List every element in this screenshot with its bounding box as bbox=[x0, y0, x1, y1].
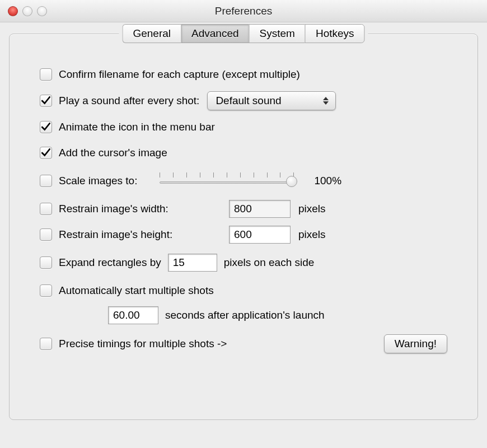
title-bar: Preferences bbox=[0, 0, 487, 22]
restrain-height-unit: pixels bbox=[298, 228, 326, 241]
tab-bar: General Advanced System Hotkeys bbox=[119, 24, 368, 43]
updown-arrows-icon bbox=[322, 97, 330, 105]
sound-select-value: Default sound bbox=[216, 95, 281, 107]
restrain-width-input[interactable] bbox=[229, 200, 291, 218]
scale-images-label: Scale images to: bbox=[59, 175, 137, 187]
auto-start-delay-after: seconds after application's launch bbox=[165, 309, 325, 321]
auto-start-checkbox[interactable] bbox=[40, 284, 52, 297]
window-minimize-button[interactable] bbox=[22, 6, 32, 16]
warning-button[interactable]: Warning! bbox=[384, 334, 447, 353]
expand-rect-label-after: pixels on each side bbox=[224, 256, 315, 269]
confirm-filename-label: Confirm filename for each capture (excep… bbox=[59, 68, 300, 81]
restrain-height-label: Restrain image's height: bbox=[59, 228, 221, 241]
play-sound-checkbox[interactable] bbox=[40, 95, 52, 107]
restrain-width-unit: pixels bbox=[298, 203, 326, 215]
window-zoom-button[interactable] bbox=[37, 6, 47, 16]
precise-timings-checkbox[interactable] bbox=[40, 338, 52, 350]
animate-icon-label: Animate the icon in the menu bar bbox=[59, 121, 215, 133]
tab-advanced[interactable]: Advanced bbox=[181, 24, 249, 43]
preferences-panel: Confirm filename for each capture (excep… bbox=[9, 34, 478, 420]
window-close-button[interactable] bbox=[8, 6, 18, 16]
add-cursor-label: Add the cursor's image bbox=[59, 147, 167, 159]
confirm-filename-checkbox[interactable] bbox=[40, 68, 52, 81]
precise-timings-label: Precise timings for multiple shots -> bbox=[59, 338, 227, 350]
auto-start-label: Automatically start multiple shots bbox=[59, 284, 214, 297]
play-sound-label: Play a sound after every shot: bbox=[59, 95, 199, 107]
window-title: Preferences bbox=[0, 5, 487, 17]
animate-icon-checkbox[interactable] bbox=[40, 121, 52, 133]
restrain-height-checkbox[interactable] bbox=[40, 228, 52, 241]
tab-system[interactable]: System bbox=[249, 24, 305, 43]
expand-rect-checkbox[interactable] bbox=[40, 256, 52, 269]
restrain-width-label: Restrain image's width: bbox=[59, 203, 221, 215]
tab-hotkeys[interactable]: Hotkeys bbox=[305, 24, 365, 43]
add-cursor-checkbox[interactable] bbox=[40, 147, 52, 159]
scale-images-checkbox[interactable] bbox=[40, 175, 52, 187]
tab-general[interactable]: General bbox=[122, 24, 181, 43]
restrain-width-checkbox[interactable] bbox=[40, 203, 52, 215]
auto-start-delay-input[interactable] bbox=[108, 306, 158, 324]
scale-slider[interactable] bbox=[160, 176, 294, 186]
sound-select[interactable]: Default sound bbox=[207, 91, 336, 110]
expand-rect-input[interactable] bbox=[168, 254, 217, 272]
restrain-height-input[interactable] bbox=[229, 226, 291, 244]
scale-percent-label: 100% bbox=[314, 175, 341, 187]
warning-button-label: Warning! bbox=[395, 338, 437, 350]
expand-rect-label-before: Expand rectangles by bbox=[59, 256, 161, 269]
